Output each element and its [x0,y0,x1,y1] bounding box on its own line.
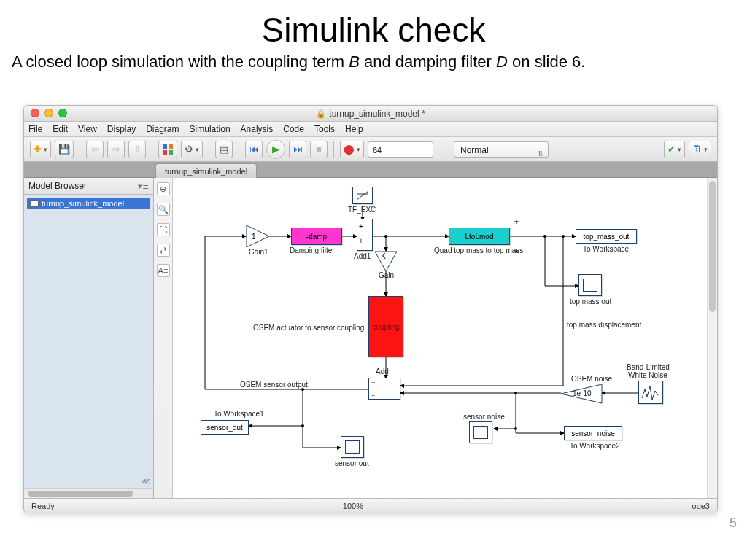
sim-mode-select[interactable]: Normal [454,141,549,158]
to-workspace1-label: To Workspace1 [214,410,264,418]
status-bar: Ready 100% ode3 [24,498,717,513]
sensor-noise-scope[interactable] [469,421,492,443]
damp-block[interactable]: -damp [291,228,342,245]
bandnoise-label2: White Noise [628,371,667,379]
svg-point-8 [301,424,304,427]
gaink-value: -K- [379,252,388,260]
library-browser-button[interactable] [158,141,177,158]
svg-point-6 [562,235,565,238]
top-mass-out-scope-label: top mass out [570,298,611,306]
browser-scrollbar[interactable] [24,488,153,498]
zoom-tool-icon[interactable]: 🔍 [157,203,170,216]
add-block[interactable]: + + + [368,378,400,400]
gain1-value: 1 [252,233,256,241]
svg-point-9 [514,392,517,394]
svg-rect-1 [169,144,173,149]
step-back-button[interactable]: ⏮ [245,141,263,158]
forward-button[interactable]: ⇨ [107,141,125,158]
menu-view[interactable]: View [78,124,97,134]
top-mass-disp-label: top mass displacement [567,321,641,329]
tab-model[interactable]: turnup_simulink_model [155,163,257,178]
menu-analysis[interactable]: Analysis [241,124,274,134]
stop-button[interactable]: ■ [310,141,328,158]
status-zoom: 100% [55,502,651,510]
model-explorer-button[interactable]: ▤ [215,141,233,158]
ltolmod-block[interactable]: LtoLmod [449,228,510,245]
sensor-out-scope[interactable] [341,436,364,458]
gain1-label: Gain1 [249,248,268,256]
model-browser-opts-icon[interactable]: ▾≣ [138,182,149,191]
up-button[interactable]: ⇧ [128,141,146,158]
menu-help[interactable]: Help [345,124,363,134]
canvas-v-scrollbar[interactable] [707,178,717,498]
add1-block[interactable]: + + [357,219,373,251]
schedule-button[interactable]: 🗓 [689,141,711,158]
menu-code[interactable]: Code [283,124,304,134]
menu-edit[interactable]: Edit [53,124,68,134]
sensor-noise-ws-block[interactable]: sensor_noise [564,426,622,440]
to-workspace-label: To Workspace [583,245,629,253]
fit-view-icon[interactable]: ⛶ [157,223,170,236]
canvas-palette: ⊕ 🔍 ⛶ ⇄ A≡ [154,178,173,498]
save-button[interactable]: 💾 [55,141,74,158]
menu-display[interactable]: Display [107,124,136,134]
record-button[interactable]: ⬤ [340,141,364,158]
lock-icon: 🔒 [316,109,326,118]
simulink-window: 🔒turnup_simulink_model * File Edit View … [23,105,718,513]
add-label: Add [376,368,389,376]
menu-file[interactable]: File [28,124,42,134]
tf-exc-label: TF_EXC [348,206,376,214]
menu-diagram[interactable]: Diagram [146,124,179,134]
svg-rect-0 [163,144,167,149]
model-browser-title: Model Browser [28,181,87,191]
collapse-browser-button[interactable]: ≪ [141,476,150,486]
menu-tools[interactable]: Tools [314,124,335,134]
svg-marker-11 [247,225,269,247]
config-button[interactable]: ⚙ [181,141,203,158]
model-browser: Model Browser ▾≣ turnup_simulink_model ≪ [24,178,154,498]
coupling-block[interactable]: coupling [368,296,403,357]
close-icon[interactable] [31,109,39,117]
status-solver: ode3 [651,502,710,510]
back-button[interactable]: ⇦ [86,141,104,158]
osem-sensor-label: OSEM sensor output [240,381,308,389]
to-workspace2-label: To Workspace2 [570,442,620,450]
menu-bar: File Edit View Display Diagram Simulatio… [24,122,717,137]
step-forward-button[interactable]: ⏭ [289,141,306,158]
osem-noise-gain-value: 1e-10 [573,389,592,397]
image-icon[interactable]: A≡ [157,264,170,277]
quad-label: Quad top mass to top mass [434,246,523,254]
gaink-label: Gain [379,271,394,279]
minimize-icon[interactable] [44,109,53,117]
svg-point-4 [384,235,387,238]
workspace: Model Browser ▾≣ turnup_simulink_model ≪… [24,178,717,498]
sensor-noise-label: sensor noise [463,413,505,421]
menu-simulation[interactable]: Simulation [190,124,231,134]
top-mass-out-scope[interactable] [578,274,602,296]
annotation-icon[interactable]: ⇄ [157,244,170,257]
diagram-canvas[interactable]: TF_EXC 1 Gain1 -damp Damping filter + + … [173,178,717,498]
white-noise-block[interactable] [638,381,663,404]
tf-exc-block[interactable] [352,187,373,204]
window-titlebar: 🔒turnup_simulink_model * [24,106,717,122]
slide-title: Simulink check [0,10,747,50]
svg-point-10 [514,427,517,430]
toolbar: ✚ 💾 ⇦ ⇨ ⇧ ⚙ ▤ ⏮ ▶ ⏭ ■ ⬤ 64 Normal ✔ 🗓 [24,137,717,162]
stop-time-input[interactable]: 64 [368,141,433,158]
osem-actuator-label: OSEM actuator to sensor coupling [253,324,364,332]
page-number: 5 [729,516,737,531]
zoom-icon[interactable] [58,109,67,117]
model-browser-item[interactable]: turnup_simulink_model [27,198,150,209]
bandnoise-label1: Band-Limited [627,363,670,371]
sensor-out-block[interactable]: sensor_out [201,420,249,435]
svg-point-5 [543,235,546,238]
window-title: turnup_simulink_model * [329,109,425,119]
run-button[interactable]: ▶ [266,140,285,159]
svg-rect-3 [169,150,173,155]
osem-noise-label: OSEM noise [571,375,612,383]
explorer-toggle-icon[interactable]: ⊕ [157,182,170,195]
build-button[interactable]: ✔ [664,141,685,158]
top-mass-out-block[interactable]: top_mass_out [576,229,637,244]
new-model-button[interactable]: ✚ [30,141,51,158]
tab-strip: turnup_simulink_model [24,162,717,178]
